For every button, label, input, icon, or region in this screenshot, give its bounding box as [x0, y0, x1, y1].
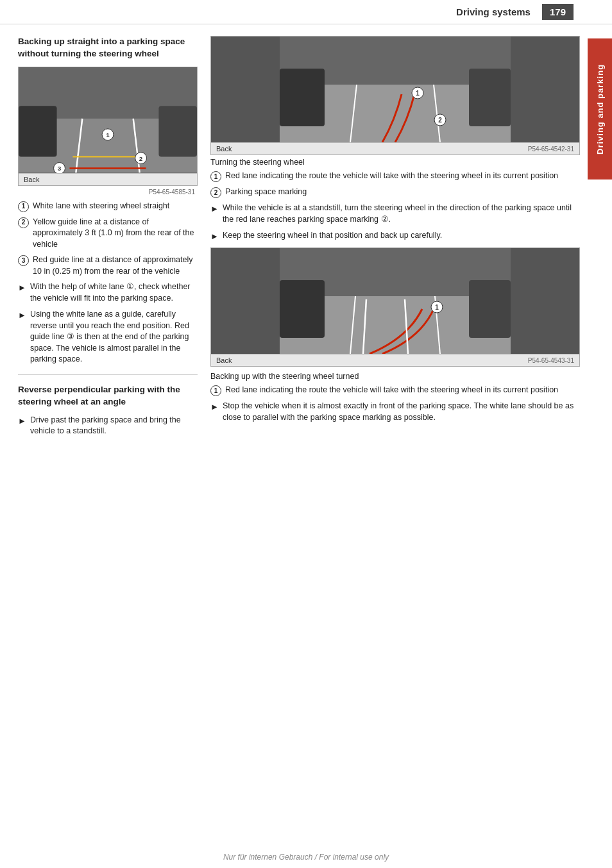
- right-bottom-back-label: Back: [216, 356, 232, 364]
- right-top-back-label: Back: [216, 145, 232, 153]
- sub-section-heading: Reverse perpendicular parking with the s…: [18, 384, 198, 408]
- right-top-label-bar: Back P54-65-4542-31: [211, 142, 579, 154]
- list-item-1: 1 White lane with steering wheel straigh…: [18, 201, 198, 212]
- left-camera-image: 1 2 3 Back: [18, 67, 198, 186]
- right-top-camera-image: 1 2 Back P54-65-4542-31: [210, 36, 580, 155]
- right-list-number-1: 1: [210, 171, 221, 182]
- svg-text:1: 1: [435, 304, 439, 311]
- right-top-scene-svg: 1 2: [211, 37, 579, 142]
- svg-text:3: 3: [58, 165, 62, 172]
- right-bottom-camera-image: 1 Back P54-65-4543-31: [210, 247, 580, 367]
- right-arrow-item-1: ► While the vehicle is at a standstill, …: [210, 203, 580, 225]
- svg-text:2: 2: [139, 154, 143, 162]
- list-item-3: 3 Red guide line at a distance of approx…: [18, 255, 198, 277]
- arrow-icon-3: ►: [18, 415, 26, 427]
- right-list-number-2: 2: [210, 187, 221, 198]
- right-top-image-code: P54-65-4542-31: [528, 146, 574, 153]
- list-number-3: 3: [18, 255, 29, 266]
- right-bottom-label-bar: Back P54-65-4543-31: [211, 354, 579, 366]
- arrow-icon-2: ►: [18, 310, 26, 321]
- svg-rect-2: [19, 106, 57, 156]
- svg-rect-17: [469, 69, 511, 126]
- list-text-2: Yellow guide line at a distance of appro…: [33, 217, 198, 251]
- left-arrow-text-2: Using the white lane as a guide, careful…: [30, 309, 198, 365]
- list-item-2: 2 Yellow guide line at a distance of app…: [18, 217, 198, 251]
- right-arrow-icon-2: ►: [210, 231, 219, 242]
- svg-rect-16: [280, 69, 325, 126]
- side-tab-label: Driving and parking: [595, 63, 605, 154]
- section-divider: [18, 374, 198, 375]
- left-column: Backing up straight into a parking space…: [18, 36, 198, 442]
- left-image-code: P54-65-4585-31: [18, 188, 198, 196]
- left-arrow-item-2: ► Using the white lane as a guide, caref…: [18, 309, 198, 365]
- left-camera-label-bar: Back: [19, 173, 197, 185]
- right-arrow-text-1: While the vehicle is at a standstill, tu…: [223, 203, 580, 225]
- section-tab: Driving and parking: [588, 38, 612, 179]
- top-caption: Turning the steering wheel: [210, 158, 580, 167]
- right-arrow-text-2: Keep the steering wheel in that position…: [223, 230, 442, 242]
- right-bottom-scene-svg: 1: [211, 248, 579, 354]
- sub-arrow-item-1: ► Drive past the parking space and bring…: [18, 415, 198, 437]
- list-number-2: 2: [18, 217, 29, 228]
- right-bottom-arrow-item-1: ► Stop the vehicle when it is almost exa…: [210, 401, 580, 423]
- footer-text: Nur für internen Gebrauch / For internal…: [223, 853, 389, 862]
- right-list-item-1: 1 Red lane indicating the route the vehi…: [210, 171, 580, 182]
- right-bottom-arrow-text-1: Stop the vehicle when it is almost exact…: [223, 401, 580, 423]
- right-arrow-icon-1: ►: [210, 203, 219, 215]
- svg-text:1: 1: [416, 90, 420, 97]
- right-column: 1 2 Back P54-65-4542-31 Turning the stee…: [210, 36, 580, 442]
- main-content: Backing up straight into a parking space…: [0, 24, 612, 454]
- svg-rect-27: [469, 280, 511, 338]
- sub-arrow-text-1: Drive past the parking space and bring t…: [30, 415, 198, 437]
- footer: Nur für internen Gebrauch / For internal…: [0, 853, 612, 862]
- svg-text:1: 1: [106, 131, 110, 138]
- svg-text:2: 2: [438, 117, 442, 124]
- page-header: Driving systems 179: [0, 0, 612, 24]
- list-number-1: 1: [18, 201, 29, 212]
- left-back-label: Back: [24, 176, 39, 183]
- arrow-icon-1: ►: [18, 282, 26, 294]
- right-bottom-list-item-1: 1 Red lane indicating the route the vehi…: [210, 385, 580, 396]
- right-bottom-arrow-icon-1: ►: [210, 401, 219, 413]
- list-text-1: White lane with steering wheel straight: [33, 201, 169, 212]
- chapter-title: Driving systems: [0, 6, 542, 17]
- left-arrow-item-1: ► With the help of white lane ①, check w…: [18, 281, 198, 304]
- bottom-caption: Backing up with the steering wheel turne…: [210, 372, 580, 381]
- list-text-3: Red guide line at a distance of approxim…: [33, 255, 198, 277]
- page-number: 179: [542, 4, 574, 20]
- svg-rect-26: [280, 280, 325, 338]
- right-list-text-2: Parking space marking: [225, 187, 307, 198]
- left-arrow-text-1: With the help of white lane ①, check whe…: [30, 281, 198, 304]
- right-list-text-1: Red lane indicating the route the vehicl…: [225, 171, 558, 182]
- right-bottom-list-number-1: 1: [210, 385, 221, 396]
- right-bottom-image-code: P54-65-4543-31: [528, 357, 574, 364]
- right-list-item-2: 2 Parking space marking: [210, 187, 580, 198]
- right-bottom-list-text-1: Red lane indicating the route the vehicl…: [225, 385, 558, 396]
- svg-rect-3: [158, 106, 197, 156]
- left-scene-svg: 1 2 3: [19, 67, 197, 173]
- left-section-heading: Backing up straight into a parking space…: [18, 36, 198, 60]
- right-arrow-item-2: ► Keep the steering wheel in that positi…: [210, 230, 580, 242]
